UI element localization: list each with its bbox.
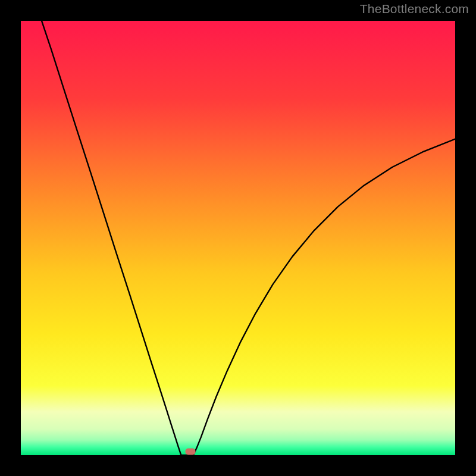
plot-area [21,21,455,455]
min-marker [185,449,195,455]
watermark-text: TheBottleneck.com [360,2,469,16]
curve [21,21,455,455]
